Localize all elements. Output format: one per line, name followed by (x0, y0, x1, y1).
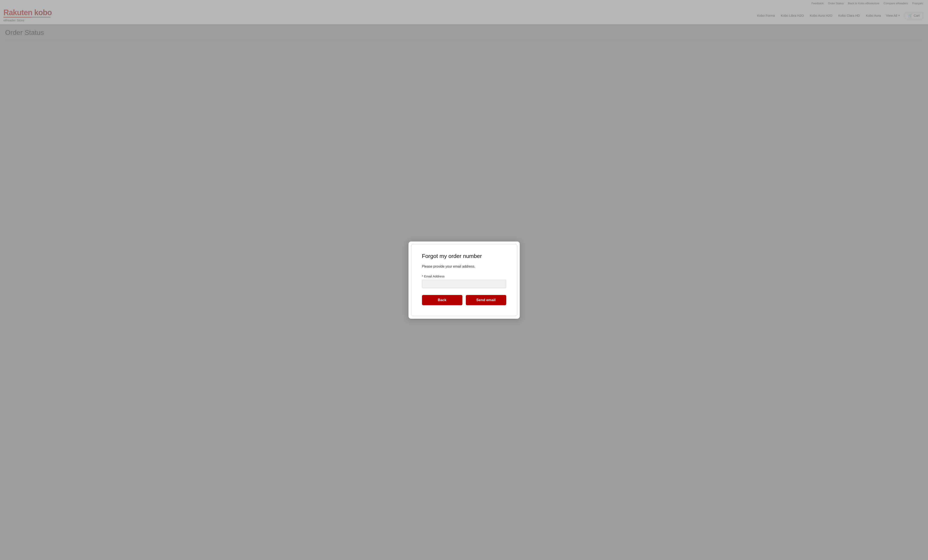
email-label: * Email Address (422, 275, 506, 278)
modal-title: Forgot my order number (422, 253, 506, 259)
back-button[interactable]: Back (422, 295, 462, 305)
modal-description: Please provide your email address. (422, 265, 506, 269)
email-input[interactable] (422, 280, 506, 288)
modal-actions: Back Send email (422, 295, 506, 305)
modal-container: Forgot my order number Please provide yo… (409, 241, 520, 319)
send-email-button[interactable]: Send email (466, 295, 506, 305)
modal-inner: Forgot my order number Please provide yo… (411, 244, 517, 316)
modal-overlay: Forgot my order number Please provide yo… (0, 0, 928, 560)
